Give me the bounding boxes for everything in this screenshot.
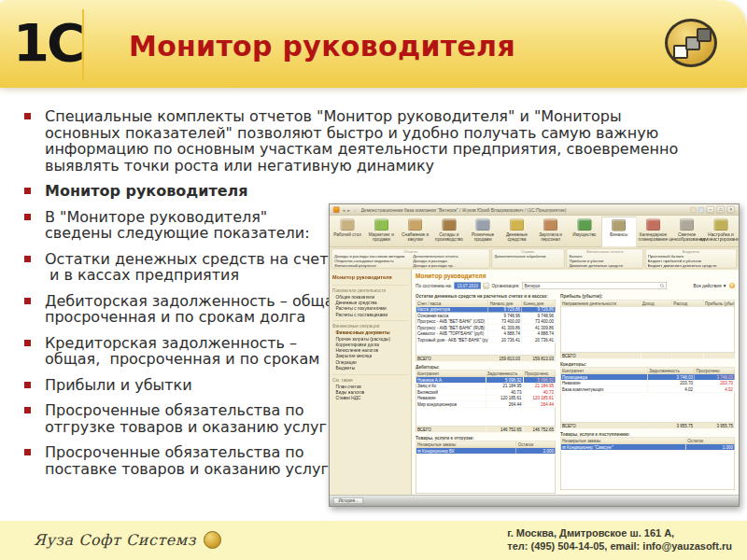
close-button[interactable]: × — [727, 206, 736, 214]
app-tab[interactable]: Имущество — [568, 217, 601, 247]
column-header[interactable]: Расход — [672, 300, 704, 306]
column-header[interactable]: Остаток — [516, 441, 556, 448]
total-row: ВСЕГО159 813.03159 813.03 — [416, 356, 556, 362]
section-label: Товары, услуги к отгрузке: — [416, 435, 556, 441]
column-header[interactable]: Задолженность — [648, 368, 695, 374]
column-header[interactable]: Контрагент — [416, 371, 486, 377]
cash-table: Счет / кассаНачало дняКонец дняКасса дир… — [416, 300, 556, 362]
brand-name: Яуза Софт Системз — [34, 531, 196, 549]
org-value: Ветерок — [524, 284, 540, 288]
nav-section-title: Финансовые операции — [332, 324, 408, 329]
app-tab-label: Склады и производство — [432, 232, 466, 243]
all-actions-button[interactable]: Все действия ▼ — [694, 283, 727, 288]
table-cell: 3 955.75 — [648, 423, 695, 429]
box-icon — [442, 219, 456, 231]
app-window: ◄ ► ☆ Демонстрационная база компании "Ве… — [330, 204, 739, 506]
ribbon-command[interactable]: Бюджет движения денежных средств — [648, 263, 734, 268]
column-header[interactable]: Незакрытые заказы — [560, 438, 685, 444]
monitor-badge-icon — [665, 19, 717, 67]
nav-item[interactable]: Бюджеты — [332, 365, 408, 371]
titlebar-tool-icon[interactable] — [691, 207, 697, 213]
address-line: г. Москва, Дмитровское ш. 161 А, — [507, 526, 732, 539]
app-tab[interactable]: Маркетинг и продажи — [364, 217, 398, 247]
app-tab-label: Розничные продажи — [466, 232, 500, 243]
person-icon — [543, 219, 557, 231]
app-tab[interactable]: Розничные продажи — [466, 217, 500, 247]
column-header[interactable]: Просрочено — [523, 371, 555, 377]
app-tab[interactable]: Зарплата и персонал — [534, 217, 568, 247]
column-header[interactable]: Просрочено — [695, 368, 735, 374]
favorites-icon[interactable]: ☆ — [353, 207, 357, 212]
app-tab[interactable]: Рабочий стол — [331, 217, 364, 247]
window-title: Демонстрационная база компании "Ветерок"… — [360, 207, 688, 213]
back-icon[interactable]: ◄ — [342, 207, 345, 212]
bullet-marker — [24, 214, 31, 220]
column-header[interactable]: Задолженность — [486, 371, 523, 377]
magnifier-icon[interactable] — [660, 284, 665, 288]
table-cell: 3 955.75 — [695, 423, 735, 429]
column-header[interactable]: Остаток — [686, 438, 735, 444]
app-tab[interactable]: Календарное планирование — [636, 217, 669, 247]
1c-logo: 1С — [13, 7, 82, 78]
ribbon-command[interactable]: Дополнительные обработки — [494, 254, 561, 259]
debtors-table: КонтрагентЗадолженностьПросроченоНовиков… — [416, 371, 556, 433]
column-header[interactable]: Доход — [641, 300, 672, 306]
app-tab[interactable]: Денежные средства — [500, 217, 533, 247]
money-icon — [510, 219, 524, 231]
logo-divider — [82, 9, 84, 80]
maximize-button[interactable]: □ — [717, 206, 726, 214]
calendar-icon[interactable] — [483, 283, 489, 289]
app-tab[interactable]: Сметное ценообразование — [670, 217, 704, 247]
ribbon-command[interactable]: Доходы и расходы пр... — [413, 263, 486, 268]
column-header[interactable]: Начало дня — [488, 300, 522, 306]
app-tab[interactable]: Склады и производство — [432, 217, 466, 247]
presentation-slide: 1С Монитор руководителя Специальные комп… — [0, 0, 747, 560]
ribbon-command[interactable]: Финансовый результат — [334, 263, 408, 268]
help-icon[interactable]: ? — [729, 283, 735, 288]
section-label: Товары, услуги к поступлению: — [560, 431, 735, 437]
nav-section-title: См. также — [332, 377, 408, 383]
column-header[interactable]: Прибыль (убыток) — [703, 300, 735, 306]
table-cell: ВСЕГО — [560, 423, 647, 429]
bullet-text: В "Мониторе руководителя" сведены следую… — [45, 208, 310, 243]
nav-header: Монитор руководителя — [332, 274, 408, 280]
filter-row: По состоянию на: 13.07.2010 Организация:… — [416, 282, 735, 289]
nav-item[interactable]: Ставки НДС — [332, 395, 408, 400]
nav-item[interactable]: Расчеты с поставщиками — [332, 312, 408, 317]
form-title: Монитор руководителя — [416, 273, 735, 280]
app-content: Монитор руководителя Показатели деятельн… — [330, 270, 739, 495]
bullet-text: Специальные комплекты отчетов "Монитор р… — [45, 107, 678, 175]
pie-chart-icon — [374, 219, 388, 231]
green-book-icon — [577, 219, 591, 231]
minimize-button[interactable]: – — [707, 206, 715, 214]
app-tab[interactable]: Снабжение и закупки — [399, 217, 432, 247]
table-cell: Торговый дом - АКБ "ВЕТ-БАНК" (руб) — [416, 337, 488, 343]
column-header[interactable]: Незакрытые заказы — [416, 441, 516, 448]
app-tab-label: Календарное планирование — [636, 232, 669, 243]
ribbon-command[interactable]: Движение денежных средств — [569, 263, 640, 268]
app-groups: ОтчетыДоходы и расходы кассовым методомО… — [330, 247, 739, 270]
ribbon-group: СервисДополнительные обработки — [491, 249, 564, 269]
section-label: Дебиторы: — [416, 364, 556, 370]
brand-badge-icon — [204, 531, 221, 549]
column-header[interactable]: Счет / касса — [416, 300, 488, 306]
date-input[interactable]: 13.07.2010 — [454, 283, 481, 289]
table-row[interactable]: Торговый дом - АКБ "ВЕТ-БАНК" (руб)20 73… — [416, 337, 556, 343]
column-header[interactable]: Конец дня — [522, 300, 556, 306]
bullet-item: Монитор руководителя — [19, 183, 730, 200]
history-button[interactable]: История... — [333, 497, 363, 504]
column-header[interactable]: Направления деятельности — [560, 300, 641, 306]
column-header[interactable]: Контрагент — [560, 368, 647, 374]
app-tab[interactable]: Настройка и администрирование — [704, 217, 738, 247]
bullet-text: Прибыли и убытки — [45, 376, 192, 394]
org-input[interactable]: Ветерок — [522, 282, 667, 289]
slide-header: 1С Монитор руководителя — [0, 0, 747, 88]
bullet-marker — [24, 449, 31, 455]
monitor-columns: Остатки денежных средств на расчетных сч… — [416, 291, 735, 494]
slide-title: Монитор руководителя — [129, 30, 515, 63]
table-cell: Прогресс - АКБ "ВЕТ-БАНК" (RUB) — [416, 325, 488, 331]
app-tab-label: Настройка и администрирование — [699, 232, 740, 243]
forward-icon[interactable]: ► — [347, 207, 350, 212]
app-tab[interactable]: Финансы — [601, 217, 636, 247]
titlebar-tool-icon[interactable] — [698, 207, 704, 213]
